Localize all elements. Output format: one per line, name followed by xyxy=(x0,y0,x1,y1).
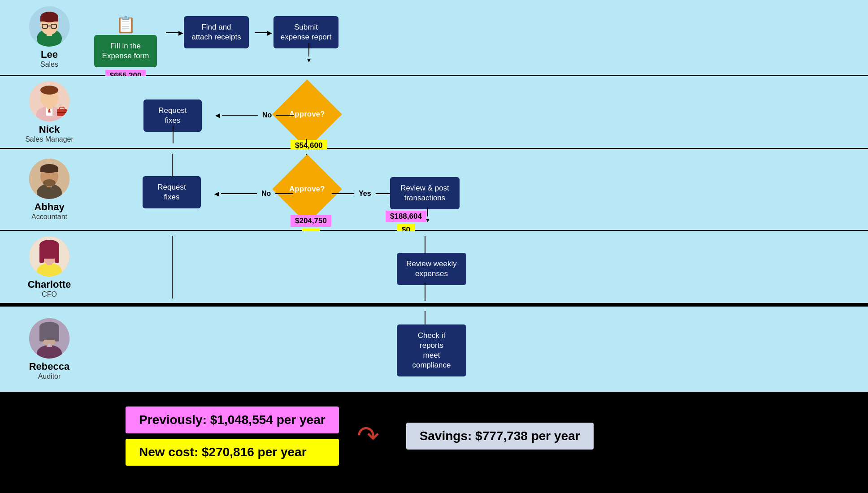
abhay-right-cost-pink: $188,604 xyxy=(386,211,426,222)
review-weekly-box[interactable]: Review weekly expenses xyxy=(397,253,466,285)
check-compliance-label: Check if reports meet compliance xyxy=(412,331,451,370)
svg-rect-32 xyxy=(39,254,44,263)
approve-abhay-label: Approve? xyxy=(289,185,325,193)
nick-lane: Nick Sales Manager Approve? No Request f… xyxy=(0,76,868,149)
nick-no-label: No xyxy=(262,111,272,119)
abhay-yes-label: Yes xyxy=(359,190,371,198)
charlotte-name: Charlotte xyxy=(28,279,71,290)
nick-no-arrowhead xyxy=(215,111,220,119)
lee-role: Sales xyxy=(40,61,58,69)
abhay-role: Accountant xyxy=(31,213,67,221)
savings-label: Savings: $777,738 per year xyxy=(406,423,594,450)
abhay-cost-pink: $204,750 xyxy=(291,215,331,227)
charlotte-avatar xyxy=(29,236,69,277)
approve-nick-label: Approve? xyxy=(289,110,325,118)
nick-actor: Nick Sales Manager xyxy=(9,81,90,143)
charlotte-lane: Charlotte CFO Review weekly expenses xyxy=(0,231,868,304)
fill-form-box[interactable]: Fill in the Expense form xyxy=(94,35,157,67)
find-receipts-box[interactable]: Find and attach receipts xyxy=(184,16,249,48)
nick-role: Sales Manager xyxy=(25,135,74,143)
lee-name: Lee xyxy=(41,49,58,61)
new-cost-label: New cost: $270,816 per year xyxy=(126,439,339,466)
svg-rect-33 xyxy=(55,254,59,263)
curved-arrow: ↷ xyxy=(357,423,379,450)
svg-rect-40 xyxy=(39,334,44,342)
review-post-label: Review & post transactions xyxy=(400,184,449,202)
review-post-box[interactable]: Review & post transactions xyxy=(390,177,460,209)
rebecca-name: Rebecca xyxy=(29,361,70,372)
rebecca-avatar xyxy=(29,318,69,359)
rebecca-role: Auditor xyxy=(38,372,61,381)
rebecca-flow: Check if reports meet compliance xyxy=(90,311,859,387)
check-compliance-box[interactable]: Check if reports meet compliance xyxy=(397,324,466,376)
abhay-flow: Approve? No Request fixes $204,750 $0 xyxy=(90,154,859,225)
fill-form-label: Fill in the Expense form xyxy=(102,42,149,60)
svg-rect-25 xyxy=(40,169,58,172)
lee-avatar xyxy=(29,6,69,47)
document-icon: 📋 xyxy=(116,15,136,34)
lee-flow: 📋 Fill in the Expense form $655,200 $216… xyxy=(90,6,859,69)
charlotte-actor: Charlotte CFO xyxy=(9,236,90,298)
summary-bar: Previously: $1,048,554 per year New cost… xyxy=(0,393,868,479)
review-weekly-label: Review weekly expenses xyxy=(406,259,456,278)
abhay-name: Abhay xyxy=(34,201,64,213)
lee-actor: Lee Sales xyxy=(9,6,90,69)
request-fixes-abhay-box[interactable]: Request fixes xyxy=(143,176,201,208)
submit-report-label: Submit expense report xyxy=(281,23,331,41)
abhay-lane: Abhay Accountant Approve? No Request fix… xyxy=(0,149,868,231)
charlotte-role: CFO xyxy=(42,290,57,298)
lee-lane: Lee Sales 📋 Fill in the Expense form $65… xyxy=(0,0,868,76)
previously-label: Previously: $1,048,554 per year xyxy=(126,407,339,433)
svg-point-42 xyxy=(48,344,51,346)
rebecca-lane: Rebecca Auditor Check if reports meet co… xyxy=(0,307,868,393)
nick-flow: Approve? No Request fixes $54,600 xyxy=(90,81,859,143)
abhay-avatar xyxy=(29,159,69,199)
nick-avatar xyxy=(29,81,69,121)
request-fixes-abhay-label: Request fixes xyxy=(157,183,186,201)
svg-point-15 xyxy=(40,86,58,95)
svg-rect-5 xyxy=(40,17,58,22)
charlotte-flow: Review weekly expenses xyxy=(90,236,859,298)
abhay-no-arrowhead xyxy=(214,190,219,198)
approve-abhay-diamond: Approve? xyxy=(272,154,342,224)
abhay-actor: Abhay Accountant xyxy=(9,159,90,221)
find-receipts-label: Find and attach receipts xyxy=(191,23,241,41)
nick-name: Nick xyxy=(39,124,60,135)
svg-point-23 xyxy=(43,179,56,186)
svg-rect-41 xyxy=(55,334,59,342)
abhay-no-label: No xyxy=(261,190,271,198)
request-fixes-nick-label: Request fixes xyxy=(158,106,187,125)
rebecca-actor: Rebecca Auditor xyxy=(9,318,90,381)
